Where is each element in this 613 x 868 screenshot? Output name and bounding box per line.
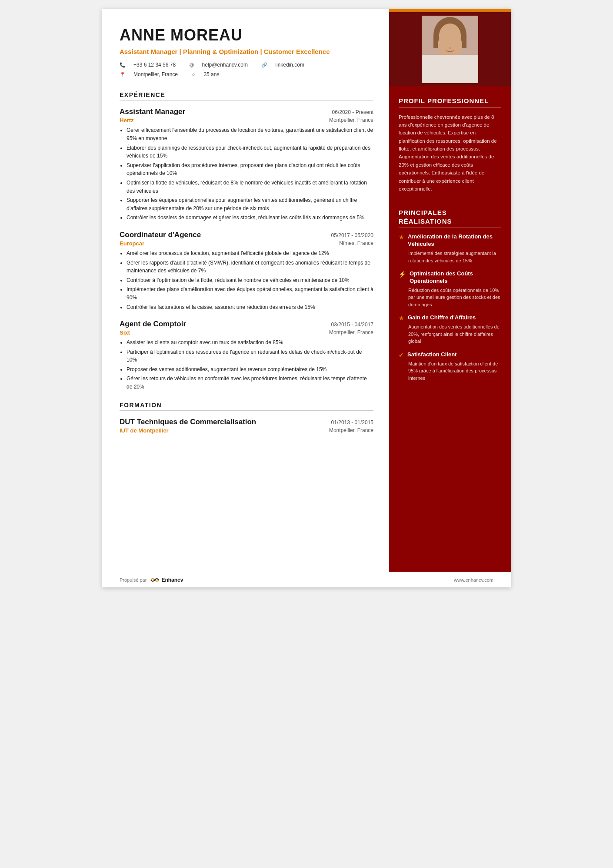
candidate-name: ANNE MOREAU xyxy=(120,26,373,44)
realisation-item-3: ★ Gain de Chiffre d'Affaires Augmentatio… xyxy=(399,314,501,345)
bullet: Gérer efficacement l'ensemble du process… xyxy=(127,126,373,142)
formation-sub-1: IUT de Montpellier Montpellier, France xyxy=(120,427,373,434)
exp-location-2: Nîmes, France xyxy=(339,240,373,247)
exp-date-3: 03/2015 - 04/2017 xyxy=(331,322,373,328)
bullet: Gérer les retours de véhicules en confor… xyxy=(127,375,373,391)
linkedin-icon: 🔗 xyxy=(261,61,267,70)
header: ANNE MOREAU Assistant Manager | Planning… xyxy=(120,26,373,79)
exp-company-3: Sixt Montpellier, France xyxy=(120,329,373,336)
formation-section: FORMATION DUT Techniques de Commercialis… xyxy=(120,402,373,434)
svg-point-4 xyxy=(443,41,447,44)
formation-item-1: DUT Techniques de Commercialisation 01/2… xyxy=(120,418,373,434)
age-icon: ☆ xyxy=(191,70,196,79)
bullet: Proposer des ventes additionnelles, augm… xyxy=(127,365,373,374)
realisation-desc-4: Maintien d'un taux de satisfaction clien… xyxy=(399,360,501,382)
left-column: ANNE MOREAU Assistant Manager | Planning… xyxy=(102,9,389,587)
phone-contact: 📞 +33 6 12 34 56 78 xyxy=(120,60,182,70)
phone-icon: 📞 xyxy=(120,61,126,70)
realisation-header-2: ⚡ Optimisation des Coûts Opérationnels xyxy=(399,270,501,285)
formation-header-1: DUT Techniques de Commercialisation 01/2… xyxy=(120,418,373,426)
footer: Propulsé par Enhancv www.enhancv.com xyxy=(102,572,511,587)
footer-left: Propulsé par Enhancv xyxy=(120,577,183,583)
experience-item-1: Assistant Manager 06/2020 - Present Hert… xyxy=(120,107,373,222)
bullet: Contribuer à l'optimisation de la flotte… xyxy=(127,276,373,285)
bullet: Contrôler les facturations et la caisse,… xyxy=(127,303,373,312)
svg-rect-7 xyxy=(430,70,470,83)
realisation-desc-2: Réduction des coûts opérationnels de 10%… xyxy=(399,287,501,308)
bullet: Gérer les rapports d'audit d'activité (S… xyxy=(127,259,373,275)
location-icon: 📍 xyxy=(120,70,126,79)
footer-propulse-label: Propulsé par xyxy=(120,577,147,583)
candidate-subtitle: Assistant Manager | Planning & Optimizat… xyxy=(120,47,373,56)
brand-name: Enhancv xyxy=(161,577,183,583)
bullet: Implémenter des plans d'amélioration ave… xyxy=(127,285,373,302)
footer-url: www.enhancv.com xyxy=(454,577,493,583)
age-contact: ☆ 35 ans xyxy=(191,70,225,80)
photo-svg xyxy=(422,16,478,83)
realisation-desc-1: Implémenté des stratégies augmentant la … xyxy=(399,250,501,264)
realisation-header-3: ★ Gain de Chiffre d'Affaires xyxy=(399,314,501,322)
experience-title: EXPÉRIENCE xyxy=(120,91,373,101)
realisation-icon-4: ✔ xyxy=(399,352,404,359)
realisation-desc-3: Augmentation des ventes additionnelles d… xyxy=(399,323,501,345)
svg-point-5 xyxy=(453,41,456,44)
realisation-icon-3: ★ xyxy=(399,315,404,322)
bullet: Élaborer des plannings de ressources pou… xyxy=(127,144,373,160)
exp-company-name-1: Hertz xyxy=(120,117,134,124)
location-contact: 📍 Montpellier, France xyxy=(120,70,184,80)
formation-title: FORMATION xyxy=(120,402,373,411)
bullet: Améliorer les processus de location, aug… xyxy=(127,249,373,258)
realisation-item-2: ⚡ Optimisation des Coûts Opérationnels R… xyxy=(399,270,501,308)
exp-bullets-1: Gérer efficacement l'ensemble du process… xyxy=(120,126,373,222)
top-bar-decoration xyxy=(389,9,511,12)
realisation-item-4: ✔ Satisfaction Client Maintien d'un taux… xyxy=(399,351,501,382)
exp-title-3: Agent de Comptoir xyxy=(120,320,186,328)
enhancv-logo-icon xyxy=(150,577,160,583)
realisation-title-2: Optimisation des Coûts Opérationnels xyxy=(410,270,501,285)
formation-location-1: Montpellier, France xyxy=(329,427,373,434)
realisation-title-3: Gain de Chiffre d'Affaires xyxy=(408,314,476,322)
exp-header-1: Assistant Manager 06/2020 - Present xyxy=(120,107,373,116)
exp-location-3: Montpellier, France xyxy=(329,329,373,336)
realisation-title-1: Amélioration de la Rotation des Véhicule… xyxy=(408,233,501,248)
bullet: Participer à l'optimisation des ressourc… xyxy=(127,348,373,364)
experience-section: EXPÉRIENCE Assistant Manager 06/2020 - P… xyxy=(120,91,373,391)
right-column: PROFIL PROFESSIONNEL Professionnelle che… xyxy=(389,9,511,587)
realisation-icon-2: ⚡ xyxy=(399,271,406,278)
exp-title-2: Coordinateur d'Agence xyxy=(120,231,201,239)
profil-title: PROFIL PROFESSIONNEL xyxy=(399,97,501,108)
exp-location-1: Montpellier, France xyxy=(329,117,373,124)
realisation-item-1: ★ Amélioration de la Rotation des Véhicu… xyxy=(399,233,501,264)
email-icon: @ xyxy=(189,61,194,70)
formation-degree-1: DUT Techniques de Commercialisation xyxy=(120,418,256,426)
realisations-title: PRINCIPALES RÉALISATIONS xyxy=(399,208,501,228)
linkedin-contact: 🔗 linkedin.com xyxy=(261,60,310,70)
candidate-photo xyxy=(422,16,478,83)
bullet: Assister les clients au comptoir avec un… xyxy=(127,338,373,347)
profil-section: PROFIL PROFESSIONNEL Professionnelle che… xyxy=(389,97,511,208)
bullet: Contrôler les dossiers de dommages et gé… xyxy=(127,214,373,222)
realisation-header-1: ★ Amélioration de la Rotation des Véhicu… xyxy=(399,233,501,248)
bullet: Superviser l'application des procédures … xyxy=(127,161,373,178)
email-contact: @ help@enhancv.com xyxy=(189,60,254,70)
realisations-section: PRINCIPALES RÉALISATIONS ★ Amélioration … xyxy=(389,208,511,395)
svg-point-6 xyxy=(449,45,451,49)
realisation-header-4: ✔ Satisfaction Client xyxy=(399,351,501,359)
photo-area xyxy=(389,12,511,86)
exp-company-1: Hertz Montpellier, France xyxy=(120,117,373,124)
footer-logo: Enhancv xyxy=(150,577,183,583)
contact-info: 📞 +33 6 12 34 56 78 @ help@enhancv.com 🔗… xyxy=(120,60,373,79)
exp-company-2: Europcar Nîmes, France xyxy=(120,240,373,247)
formation-school-1: IUT de Montpellier xyxy=(120,427,169,434)
exp-bullets-2: Améliorer les processus de location, aug… xyxy=(120,249,373,311)
exp-date-2: 05/2017 - 05/2020 xyxy=(331,232,373,238)
realisation-title-4: Satisfaction Client xyxy=(407,351,456,359)
profil-text: Professionnelle chevronnée avec plus de … xyxy=(399,113,501,193)
exp-company-name-2: Europcar xyxy=(120,240,144,247)
bullet: Optimiser la flotte de véhicules, réduis… xyxy=(127,179,373,195)
exp-title-1: Assistant Manager xyxy=(120,107,185,116)
experience-item-3: Agent de Comptoir 03/2015 - 04/2017 Sixt… xyxy=(120,320,373,391)
svg-point-3 xyxy=(438,31,462,59)
exp-header-2: Coordinateur d'Agence 05/2017 - 05/2020 xyxy=(120,231,373,239)
exp-company-name-3: Sixt xyxy=(120,329,130,336)
